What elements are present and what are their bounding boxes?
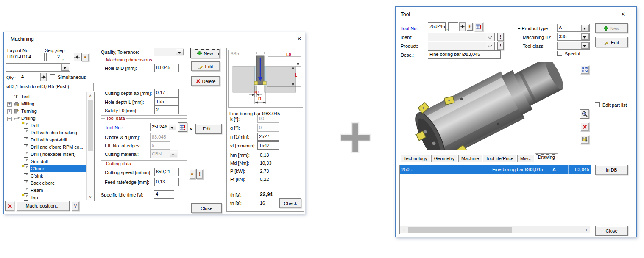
hole-depth-input[interactable]: 155: [154, 97, 179, 106]
tree-item-label[interactable]: Turning: [21, 108, 37, 114]
delete-position-button[interactable]: [5, 201, 14, 211]
tree-item-milling[interactable]: + Milling: [5, 100, 87, 108]
cutting-depth-input[interactable]: 0,17: [154, 89, 179, 97]
tree-item-drill-cbore-rpm[interactable]: Drill and c'bore RPM co...: [5, 144, 87, 151]
save-image-button[interactable]: [580, 135, 589, 144]
tree-item-cbore-selected[interactable]: C'bore: [5, 165, 87, 172]
quality-combo[interactable]: [154, 48, 184, 56]
tree-item-back-cbore[interactable]: Back c'bore: [5, 180, 87, 187]
tree-item-label[interactable]: C'sink: [31, 173, 43, 179]
tree-item-label[interactable]: Text: [21, 94, 30, 100]
tree-item-drill-chip[interactable]: Drill with chip breaking: [5, 129, 87, 136]
seq-input[interactable]: 2: [46, 53, 61, 61]
dropdown-arrow-icon[interactable]: [581, 42, 589, 49]
ident-combo[interactable]: [428, 33, 495, 41]
tool-list-table[interactable]: 250... Fine boring bar Ø83,045 A 83,045 …: [399, 165, 591, 234]
dropdown-arrow-icon[interactable]: [581, 25, 589, 31]
tree-item-text[interactable]: T Text: [5, 93, 87, 100]
machining-id-combo[interactable]: 335: [557, 33, 590, 41]
machining-close-button[interactable]: Close: [191, 203, 222, 213]
chevron-down-icon[interactable]: [486, 33, 494, 40]
tool-close-icon[interactable]: ✕: [619, 11, 627, 18]
spinner-up-icon[interactable]: [74, 53, 80, 57]
dropdown-arrow-icon[interactable]: [581, 33, 589, 40]
tab-tool-life-price[interactable]: Tool life/Price: [483, 155, 516, 162]
product-type-combo[interactable]: A: [557, 24, 590, 32]
tool-no-spinner[interactable]: [459, 22, 466, 31]
tree-item-ream[interactable]: Ream: [5, 187, 87, 194]
spinner-up-icon[interactable]: [40, 73, 47, 77]
tree-item-drill-spot[interactable]: Drill with spot-drill: [5, 136, 87, 144]
spinner-down-icon[interactable]: [459, 27, 466, 31]
mach-position-button[interactable]: Mach. position...: [16, 201, 70, 211]
delete-image-button[interactable]: [580, 122, 589, 131]
tree-item-label[interactable]: Gun drill: [31, 159, 48, 164]
tree-scrollbar[interactable]: ∧ ∨: [86, 92, 94, 200]
tab-drawing[interactable]: Drawing: [535, 153, 558, 162]
tree-item-label[interactable]: Drill with chip breaking: [31, 130, 77, 136]
desc-input[interactable]: Fine boring bar Ø83,045: [428, 50, 501, 59]
table-row-selected[interactable]: 250... Fine boring bar Ø83,045 A 83,045: [400, 165, 591, 174]
spinner-down-icon[interactable]: [40, 77, 47, 81]
star-small-button[interactable]: ✱: [189, 169, 195, 179]
tab-misc[interactable]: Misc.: [517, 155, 534, 162]
tab-technology[interactable]: Technology: [401, 155, 430, 162]
tree-item-label[interactable]: Milling: [21, 101, 34, 107]
product-exclaim-button[interactable]: !: [497, 42, 504, 50]
scroll-left-icon[interactable]: ‹: [400, 226, 407, 233]
tree-item-label[interactable]: Tap: [31, 195, 38, 200]
dropdown-arrow-icon[interactable]: [176, 49, 184, 55]
tool-new-button[interactable]: New: [595, 23, 628, 33]
edit-button[interactable]: Edit: [191, 61, 220, 71]
tree-item-label[interactable]: C'bore: [31, 166, 44, 172]
scrollbar-thumb[interactable]: [408, 227, 512, 233]
check-button[interactable]: Check: [279, 198, 301, 208]
scroll-right-icon[interactable]: ›: [583, 226, 590, 233]
scroll-down-icon[interactable]: ∨: [87, 194, 94, 200]
layout-combo[interactable]: [6, 63, 70, 72]
layout-no-input[interactable]: H101-H104: [6, 53, 45, 61]
tool-no-options-button[interactable]: ✱: [467, 23, 473, 31]
edit-part-list-checkbox[interactable]: [595, 102, 600, 107]
tree-item-label[interactable]: Drill and c'bore RPM co...: [31, 144, 83, 150]
spinner-up-icon[interactable]: [459, 22, 466, 27]
hole-d-input[interactable]: 83,045: [154, 64, 179, 72]
tree-item-label[interactable]: Drill with spot-drill: [31, 137, 67, 143]
edit-tool-button[interactable]: Edit...: [195, 124, 222, 134]
seq-spinner[interactable]: [74, 53, 80, 61]
expand-icon[interactable]: +: [7, 109, 12, 114]
safety-input[interactable]: 2: [154, 106, 179, 114]
ident-exclaim-button[interactable]: !: [497, 33, 504, 41]
tool-edit-button[interactable]: Edit: [595, 37, 628, 47]
tool-no-sub-input[interactable]: [448, 22, 458, 31]
feed-rate-input[interactable]: 0,13: [154, 178, 179, 186]
qty-spinner[interactable]: [40, 73, 47, 81]
tab-machine[interactable]: Machine: [458, 155, 482, 162]
tool-no-combo[interactable]: 250246: [150, 123, 177, 131]
fit-view-button[interactable]: [580, 65, 589, 74]
in-db-button[interactable]: in DB: [595, 165, 628, 175]
tree-item-label[interactable]: Drill (indexable insert): [31, 152, 75, 157]
delete-button[interactable]: Delete: [191, 76, 220, 86]
param-vf-input[interactable]: 1642: [257, 141, 279, 150]
tool-no-input[interactable]: 250246: [428, 22, 446, 31]
cutting-speed-input[interactable]: 659,21: [154, 168, 179, 176]
chevron-down-icon[interactable]: [486, 42, 494, 49]
seq-options-button[interactable]: ✱: [81, 53, 89, 61]
scrollbar-thumb[interactable]: [88, 100, 93, 151]
param-n-input[interactable]: 2527: [257, 133, 279, 141]
tree-item-label[interactable]: Drill: [31, 123, 39, 128]
new-button[interactable]: New: [190, 48, 220, 58]
tree-item-drill-indexable[interactable]: Drill (indexable insert): [5, 151, 87, 158]
tool-close-button[interactable]: Close: [595, 226, 628, 236]
tree-item-tap[interactable]: Tap: [5, 194, 87, 201]
tree-item-turning[interactable]: + Turning: [5, 108, 87, 115]
tool-list-button[interactable]: [178, 122, 187, 132]
tool-table-button[interactable]: [474, 22, 483, 31]
step-input[interactable]: [64, 53, 72, 61]
tab-geometry[interactable]: Geometry: [431, 155, 457, 162]
simultaneous-checkbox[interactable]: [50, 74, 55, 79]
qty-input[interactable]: 4: [20, 73, 39, 81]
tool-class-combo[interactable]: [557, 42, 590, 50]
scroll-up-icon[interactable]: ∧: [87, 92, 94, 99]
